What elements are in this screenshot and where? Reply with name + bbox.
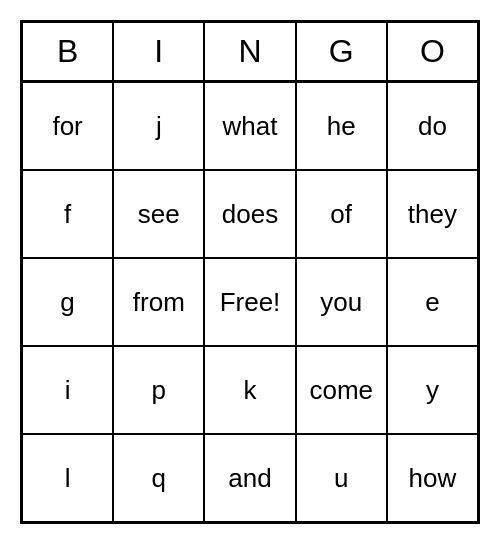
bingo-cell-r3-c2: from xyxy=(113,258,204,346)
bingo-cell-r5-c2: q xyxy=(113,434,204,522)
bingo-cell-r2-c1: f xyxy=(22,170,113,258)
header-cell-g: G xyxy=(296,22,387,82)
bingo-cell-r3-c3: Free! xyxy=(204,258,295,346)
bingo-cell-r4-c2: p xyxy=(113,346,204,434)
bingo-cell-r4-c5: y xyxy=(387,346,478,434)
header-cell-o: O xyxy=(387,22,478,82)
bingo-cell-r4-c1: i xyxy=(22,346,113,434)
bingo-cell-r3-c1: g xyxy=(22,258,113,346)
bingo-cell-r2-c2: see xyxy=(113,170,204,258)
bingo-cell-r5-c4: u xyxy=(296,434,387,522)
bingo-row-3: gfromFree!youe xyxy=(22,258,478,346)
header-cell-n: N xyxy=(204,22,295,82)
bingo-cell-r4-c4: come xyxy=(296,346,387,434)
bingo-cell-r1-c4: he xyxy=(296,82,387,170)
bingo-cell-r1-c2: j xyxy=(113,82,204,170)
bingo-row-4: ipkcomey xyxy=(22,346,478,434)
bingo-cell-r1-c3: what xyxy=(204,82,295,170)
bingo-cell-r2-c5: they xyxy=(387,170,478,258)
bingo-row-2: fseedoesofthey xyxy=(22,170,478,258)
bingo-cell-r3-c4: you xyxy=(296,258,387,346)
header-cell-i: I xyxy=(113,22,204,82)
bingo-cell-r1-c5: do xyxy=(387,82,478,170)
bingo-cell-r2-c4: of xyxy=(296,170,387,258)
bingo-card: BINGO forjwhathedofseedoesoftheygfromFre… xyxy=(20,20,480,524)
bingo-cell-r3-c5: e xyxy=(387,258,478,346)
bingo-cell-r2-c3: does xyxy=(204,170,295,258)
bingo-cell-r5-c3: and xyxy=(204,434,295,522)
bingo-cell-r4-c3: k xyxy=(204,346,295,434)
bingo-cell-r5-c5: how xyxy=(387,434,478,522)
bingo-header-row: BINGO xyxy=(22,22,478,82)
bingo-row-5: lqanduhow xyxy=(22,434,478,522)
bingo-cell-r5-c1: l xyxy=(22,434,113,522)
bingo-row-1: forjwhathedo xyxy=(22,82,478,170)
header-cell-b: B xyxy=(22,22,113,82)
bingo-cell-r1-c1: for xyxy=(22,82,113,170)
